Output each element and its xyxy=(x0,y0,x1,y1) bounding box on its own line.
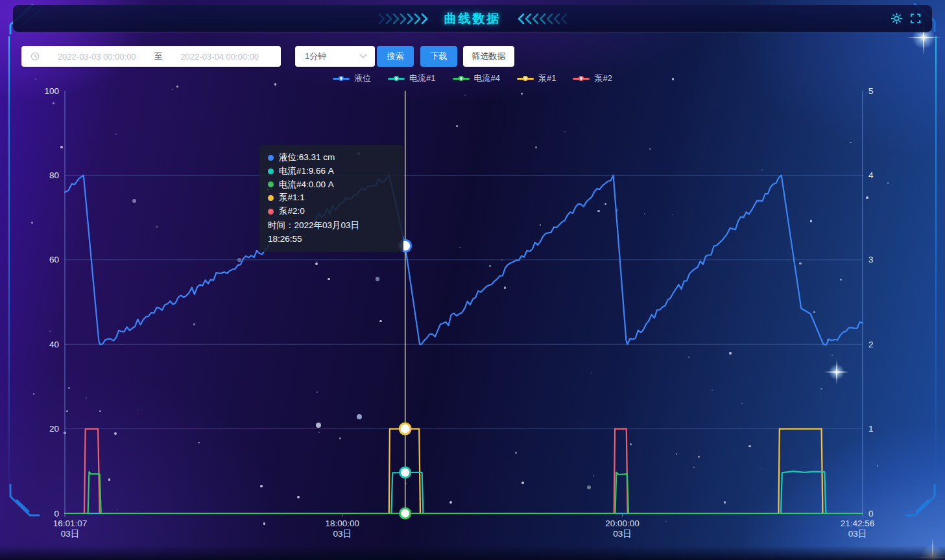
y-right-tick-label: 3 xyxy=(868,255,874,264)
series-line-pump-1 xyxy=(65,429,863,513)
series-dot-current-1 xyxy=(268,169,274,174)
crosshair-marker xyxy=(400,423,411,434)
legend-item-current-1[interactable]: 电流#1 xyxy=(388,73,435,84)
legend-label: 电流#4 xyxy=(474,73,500,84)
series-line-pump-2 xyxy=(65,429,863,513)
legend-label: 泵#1 xyxy=(538,73,556,84)
gear-icon[interactable] xyxy=(891,13,902,24)
tooltip-row: 泵#1:1 xyxy=(268,191,395,205)
y-left-tick-label: 40 xyxy=(49,340,59,349)
tooltip-text: 电流#4:0.00 A xyxy=(279,178,334,192)
x-tick-label: 21:42:56 xyxy=(841,519,875,528)
x-tick-label: 03日 xyxy=(613,529,632,539)
series-line-current-4 xyxy=(65,472,863,513)
y-left-tick-label: 60 xyxy=(49,255,59,264)
legend-marker xyxy=(453,78,470,80)
legend-marker xyxy=(388,78,405,80)
legend-marker xyxy=(573,78,590,80)
chart-tooltip: 液位:63.31 cm 电流#1:9.66 A 电流#4:0.00 A 泵#1:… xyxy=(259,145,403,252)
tooltip-text: 液位:63.31 cm xyxy=(279,151,335,165)
tooltip-text: 电流#1:9.66 A xyxy=(279,165,334,178)
series-line-current-1 xyxy=(65,471,863,513)
tooltip-row: 泵#2:0 xyxy=(268,205,395,218)
y-right-tick-label: 1 xyxy=(868,424,874,434)
tooltip-text: 泵#1:1 xyxy=(279,191,305,205)
y-right-tick-label: 0 xyxy=(868,509,874,519)
legend-item-pump-1[interactable]: 泵#1 xyxy=(517,73,556,84)
legend-label: 电流#1 xyxy=(409,73,435,84)
dashboard-root: { "header": { "title": "曲线数据" }, "toolba… xyxy=(0,0,945,560)
x-tick-label: 18:00:00 xyxy=(325,519,359,528)
crosshair-marker xyxy=(400,508,411,519)
crosshair-marker xyxy=(400,467,411,478)
x-tick-label: 03日 xyxy=(61,529,80,539)
tooltip-row: 电流#1:9.66 A xyxy=(268,165,395,178)
series-dot-pump-2 xyxy=(268,209,274,215)
legend-marker xyxy=(517,78,534,80)
legend-marker xyxy=(333,78,350,80)
y-left-tick-label: 20 xyxy=(49,424,59,434)
tooltip-row: 电流#4:0.00 A xyxy=(268,178,395,192)
legend-item-pump-2[interactable]: 泵#2 xyxy=(573,73,612,84)
series-dot-liquid-level xyxy=(268,155,274,161)
legend-label: 泵#2 xyxy=(594,73,612,84)
tooltip-row: 液位:63.31 cm xyxy=(268,151,395,165)
series-dot-current-4 xyxy=(268,181,274,187)
x-tick-label: 03日 xyxy=(333,529,352,539)
series-dot-pump-1 xyxy=(268,195,274,201)
y-right-tick-label: 2 xyxy=(868,340,874,349)
header-bar: 曲线数据 xyxy=(13,5,932,32)
tooltip-time: 时间：2022年03月03日 18:26:55 xyxy=(268,219,395,246)
y-left-tick-label: 0 xyxy=(54,509,59,519)
legend-item-current-4[interactable]: 电流#4 xyxy=(453,73,500,84)
chevrons-left-icon xyxy=(513,13,568,25)
tooltip-text: 泵#2:0 xyxy=(279,205,305,218)
x-tick-label: 16:01:07 xyxy=(53,519,88,528)
legend-item-liquid-level[interactable]: 液位 xyxy=(333,73,371,84)
y-right-tick-label: 5 xyxy=(868,86,874,96)
chevrons-right-icon xyxy=(378,13,433,25)
y-left-tick-label: 100 xyxy=(44,86,59,96)
y-right-tick-label: 4 xyxy=(868,170,874,180)
x-tick-label: 03日 xyxy=(848,529,867,539)
y-left-tick-label: 80 xyxy=(49,170,59,180)
chart-legend: 液位 电流#1 电流#4 泵#1 泵#2 xyxy=(0,73,945,84)
fullscreen-icon[interactable] xyxy=(911,14,920,23)
page-title: 曲线数据 xyxy=(444,10,501,27)
x-tick-label: 20:00:00 xyxy=(605,519,640,528)
legend-label: 液位 xyxy=(354,73,371,84)
